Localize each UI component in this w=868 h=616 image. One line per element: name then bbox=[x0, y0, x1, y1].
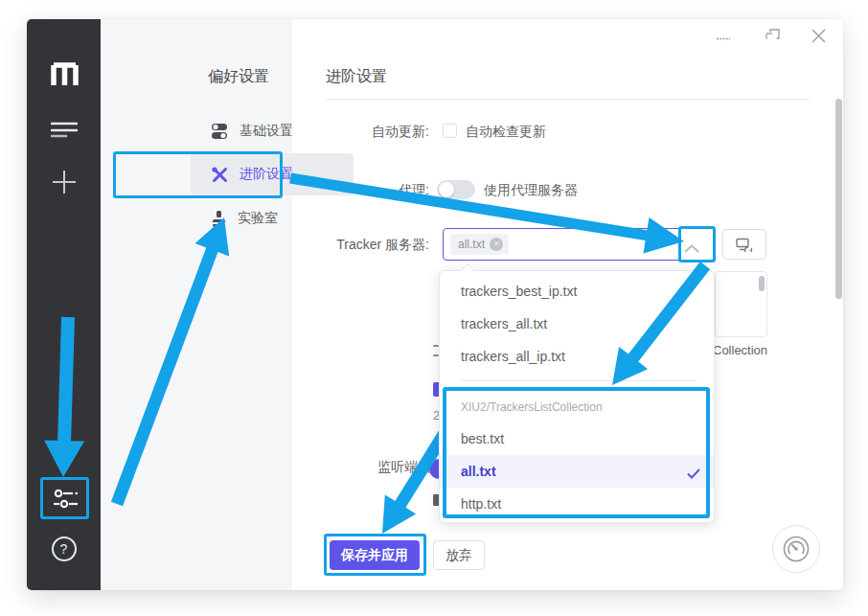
chevron-up-icon[interactable] bbox=[684, 240, 699, 257]
help-button[interactable]: ? bbox=[27, 536, 101, 561]
sync-icon bbox=[736, 238, 753, 252]
refresh-trackers-button[interactable] bbox=[722, 229, 766, 260]
preferences-window: ? 偏好设置 基础设置 进阶设置 实验室 进阶设置 自动更新: 自动检查更新 代… bbox=[27, 19, 843, 590]
dropdown-item-label: all.txt bbox=[461, 464, 496, 479]
dropdown-item[interactable]: trackers_best_ip.txt bbox=[440, 275, 714, 308]
page-title: 进阶设置 bbox=[326, 67, 387, 87]
tracker-textarea-fragment[interactable] bbox=[715, 271, 767, 337]
task-list-icon[interactable] bbox=[27, 121, 101, 140]
maximize-icon bbox=[765, 29, 780, 43]
auto-update-checkbox[interactable] bbox=[443, 124, 457, 138]
close-icon bbox=[811, 29, 826, 43]
proxy-toggle-label: 使用代理服务器 bbox=[484, 182, 578, 199]
selected-tracker-tag: all.txt × bbox=[450, 234, 509, 255]
preferences-nav: 偏好设置 基础设置 进阶设置 实验室 bbox=[101, 19, 292, 590]
maximize-button[interactable] bbox=[759, 24, 786, 47]
dropdown-divider bbox=[461, 380, 697, 381]
tracker-label: Tracker 服务器: bbox=[238, 237, 429, 254]
main-scrollbar-thumb[interactable] bbox=[835, 99, 842, 299]
dropdown-item-selected[interactable]: all.txt bbox=[440, 455, 714, 488]
sidebar-item-label: 进阶设置 bbox=[240, 166, 293, 183]
title-divider bbox=[326, 99, 810, 100]
tracker-dropdown: trackers_best_ip.txt trackers_all.txt tr… bbox=[439, 270, 715, 523]
toggles-icon bbox=[212, 124, 228, 139]
speedometer-icon bbox=[782, 535, 811, 563]
dropdown-item[interactable]: trackers_all_ip.txt bbox=[440, 340, 714, 373]
auto-update-label: 自动更新: bbox=[238, 124, 429, 141]
question-icon: ? bbox=[52, 536, 77, 561]
tracker-select[interactable]: all.txt × bbox=[443, 228, 716, 261]
textarea-scrollbar-thumb[interactable] bbox=[759, 276, 765, 291]
tag-label: all.txt bbox=[458, 238, 485, 251]
tag-close-icon[interactable]: × bbox=[490, 238, 503, 251]
tools-icon bbox=[212, 167, 228, 183]
proxy-label: 代理: bbox=[238, 182, 429, 199]
listen-port-label: 监听端口 bbox=[240, 459, 431, 476]
close-button[interactable] bbox=[805, 24, 832, 47]
add-task-icon[interactable] bbox=[27, 169, 101, 195]
dropdown-item[interactable]: best.txt bbox=[440, 422, 714, 455]
dropdown-item[interactable]: trackers_all.txt bbox=[440, 308, 714, 340]
collection-link-fragment[interactable]: Collection bbox=[713, 343, 767, 357]
auto-update-checkbox-label: 自动检查更新 bbox=[466, 124, 546, 141]
dropdown-group-label: XIU2/TrackersListCollection bbox=[461, 400, 603, 414]
lab-stamp-icon bbox=[212, 211, 226, 227]
toggle-knob bbox=[439, 182, 454, 197]
motrix-logo-icon bbox=[27, 59, 101, 86]
sidebar-item-lab[interactable]: 实验室 bbox=[191, 197, 354, 240]
speed-limit-button[interactable] bbox=[772, 525, 820, 573]
discard-button[interactable]: 放弃 bbox=[433, 540, 485, 570]
preferences-title: 偏好设置 bbox=[208, 67, 269, 87]
app-sidebar: ? bbox=[27, 19, 101, 590]
sidebar-item-label: 实验室 bbox=[238, 210, 278, 227]
proxy-toggle[interactable] bbox=[437, 180, 475, 199]
settings-sliders-icon[interactable] bbox=[27, 487, 101, 512]
check-icon bbox=[687, 467, 700, 482]
save-apply-button[interactable]: 保存并应用 bbox=[330, 540, 420, 570]
dropdown-item[interactable]: http.txt bbox=[440, 488, 714, 520]
minimize-button[interactable] bbox=[710, 27, 737, 50]
minimize-icon bbox=[717, 37, 730, 40]
